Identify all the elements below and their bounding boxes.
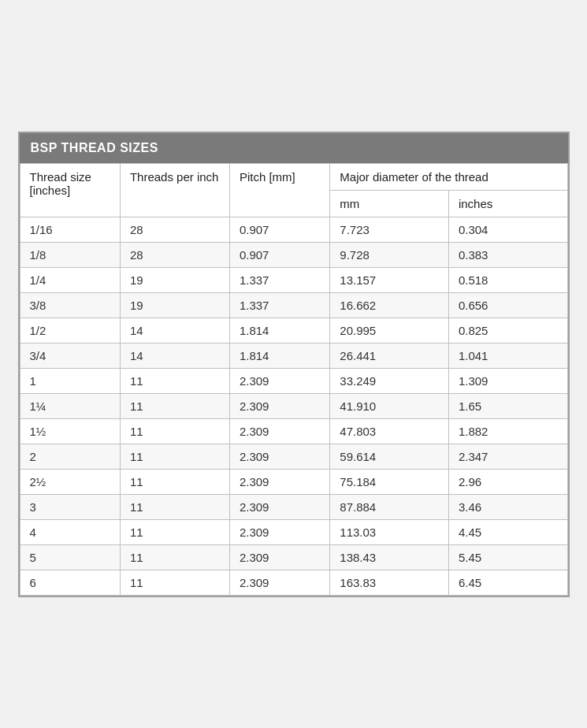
cell-mm: 16.662 bbox=[330, 292, 449, 318]
cell-tpi: 11 bbox=[120, 469, 229, 494]
cell-inches: 6.45 bbox=[448, 570, 567, 595]
table-row: 5112.309138.435.45 bbox=[20, 544, 567, 570]
cell-pitch: 0.907 bbox=[229, 217, 329, 242]
cell-thread-size: 1/16 bbox=[20, 217, 120, 242]
cell-tpi: 14 bbox=[120, 343, 229, 368]
cell-thread-size: 1¼ bbox=[20, 393, 120, 418]
table-row: 1½112.30947.8031.882 bbox=[20, 418, 567, 444]
cell-mm: 9.728 bbox=[330, 242, 449, 267]
cell-pitch: 1.814 bbox=[229, 318, 329, 343]
cell-thread-size: 3/8 bbox=[20, 292, 120, 318]
cell-pitch: 1.337 bbox=[229, 267, 329, 292]
cell-pitch: 1.337 bbox=[229, 292, 329, 318]
cell-tpi: 11 bbox=[120, 544, 229, 570]
cell-pitch: 2.309 bbox=[229, 519, 329, 544]
cell-pitch: 2.309 bbox=[229, 418, 329, 444]
cell-thread-size: 2 bbox=[20, 444, 120, 469]
cell-tpi: 11 bbox=[120, 393, 229, 418]
cell-inches: 0.383 bbox=[448, 242, 567, 267]
cell-pitch: 0.907 bbox=[229, 242, 329, 267]
cell-inches: 5.45 bbox=[448, 544, 567, 570]
cell-inches: 1.041 bbox=[448, 343, 567, 368]
cell-mm: 59.614 bbox=[330, 444, 449, 469]
cell-inches: 0.304 bbox=[448, 217, 567, 242]
col-header-tpi: Threads per inch bbox=[120, 163, 229, 217]
table-row: 3/4141.81426.4411.041 bbox=[20, 343, 567, 368]
cell-mm: 87.884 bbox=[330, 494, 449, 519]
cell-tpi: 11 bbox=[120, 570, 229, 595]
cell-inches: 1.65 bbox=[448, 393, 567, 418]
col-header-thread-size: Thread size [inches] bbox=[20, 163, 120, 217]
cell-inches: 1.309 bbox=[448, 368, 567, 393]
cell-mm: 13.157 bbox=[330, 267, 449, 292]
cell-tpi: 11 bbox=[120, 444, 229, 469]
cell-tpi: 28 bbox=[120, 242, 229, 267]
cell-tpi: 11 bbox=[120, 418, 229, 444]
col-header-inches: inches bbox=[448, 190, 567, 217]
cell-thread-size: 3 bbox=[20, 494, 120, 519]
table-row: 3/8191.33716.6620.656 bbox=[20, 292, 567, 318]
cell-tpi: 11 bbox=[120, 519, 229, 544]
table-row: 3112.30987.8843.46 bbox=[20, 494, 567, 519]
col-header-pitch: Pitch [mm] bbox=[229, 163, 329, 217]
col-header-mm: mm bbox=[330, 190, 449, 217]
cell-inches: 0.656 bbox=[448, 292, 567, 318]
cell-thread-size: 4 bbox=[20, 519, 120, 544]
cell-tpi: 11 bbox=[120, 494, 229, 519]
cell-thread-size: 2½ bbox=[20, 469, 120, 494]
table-row: 1/4191.33713.1570.518 bbox=[20, 267, 567, 292]
cell-inches: 2.347 bbox=[448, 444, 567, 469]
cell-inches: 2.96 bbox=[448, 469, 567, 494]
cell-thread-size: 1/8 bbox=[20, 242, 120, 267]
cell-thread-size: 5 bbox=[20, 544, 120, 570]
cell-mm: 33.249 bbox=[330, 368, 449, 393]
cell-inches: 4.45 bbox=[448, 519, 567, 544]
table-row: 1/16280.9077.7230.304 bbox=[20, 217, 567, 242]
cell-mm: 113.03 bbox=[330, 519, 449, 544]
cell-mm: 41.910 bbox=[330, 393, 449, 418]
cell-mm: 75.184 bbox=[330, 469, 449, 494]
cell-mm: 7.723 bbox=[330, 217, 449, 242]
table-row: 1¼112.30941.9101.65 bbox=[20, 393, 567, 418]
cell-tpi: 14 bbox=[120, 318, 229, 343]
cell-pitch: 2.309 bbox=[229, 544, 329, 570]
cell-tpi: 28 bbox=[120, 217, 229, 242]
cell-mm: 26.441 bbox=[330, 343, 449, 368]
table-row: 1/2141.81420.9950.825 bbox=[20, 318, 567, 343]
cell-tpi: 11 bbox=[120, 368, 229, 393]
cell-mm: 20.995 bbox=[330, 318, 449, 343]
cell-pitch: 1.814 bbox=[229, 343, 329, 368]
cell-mm: 47.803 bbox=[330, 418, 449, 444]
cell-pitch: 2.309 bbox=[229, 393, 329, 418]
cell-pitch: 2.309 bbox=[229, 570, 329, 595]
col-header-major-diam: Major diameter of the thread bbox=[330, 163, 567, 190]
table-row: 2112.30959.6142.347 bbox=[20, 444, 567, 469]
table-row: 1/8280.9079.7280.383 bbox=[20, 242, 567, 267]
cell-pitch: 2.309 bbox=[229, 444, 329, 469]
cell-pitch: 2.309 bbox=[229, 469, 329, 494]
cell-thread-size: 1/2 bbox=[20, 318, 120, 343]
cell-pitch: 2.309 bbox=[229, 368, 329, 393]
table-row: 1112.30933.2491.309 bbox=[20, 368, 567, 393]
cell-thread-size: 1/4 bbox=[20, 267, 120, 292]
table-row: 4112.309113.034.45 bbox=[20, 519, 567, 544]
table-row: 2½112.30975.1842.96 bbox=[20, 469, 567, 494]
cell-thread-size: 3/4 bbox=[20, 343, 120, 368]
cell-thread-size: 6 bbox=[20, 570, 120, 595]
cell-mm: 163.83 bbox=[330, 570, 449, 595]
cell-inches: 1.882 bbox=[448, 418, 567, 444]
cell-inches: 3.46 bbox=[448, 494, 567, 519]
cell-tpi: 19 bbox=[120, 292, 229, 318]
bsp-thread-table: BSP THREAD SIZES Thread size [inches] Th… bbox=[18, 132, 570, 597]
cell-pitch: 2.309 bbox=[229, 494, 329, 519]
cell-inches: 0.825 bbox=[448, 318, 567, 343]
cell-thread-size: 1 bbox=[20, 368, 120, 393]
cell-inches: 0.518 bbox=[448, 267, 567, 292]
cell-mm: 138.43 bbox=[330, 544, 449, 570]
cell-thread-size: 1½ bbox=[20, 418, 120, 444]
table-title: BSP THREAD SIZES bbox=[20, 133, 568, 163]
cell-tpi: 19 bbox=[120, 267, 229, 292]
table-row: 6112.309163.836.45 bbox=[20, 570, 567, 595]
